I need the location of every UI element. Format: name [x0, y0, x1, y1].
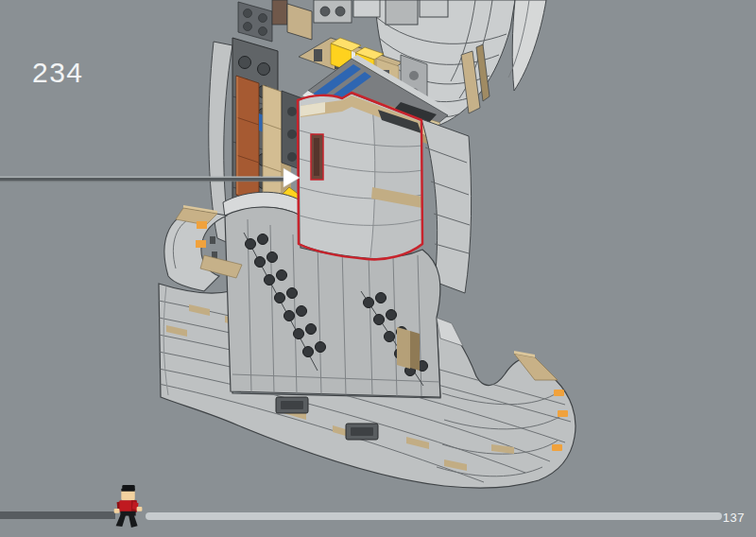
highlighted-part: [298, 93, 422, 259]
model-render: [0, 0, 756, 537]
step-number: 234: [32, 59, 84, 87]
part-opening: [311, 134, 323, 180]
progress-track-remaining[interactable]: [146, 512, 722, 520]
page-number: 137: [723, 511, 745, 525]
instruction-page: 234 137: [0, 0, 756, 537]
minifig-progress-icon[interactable]: [112, 485, 145, 528]
progress-track-completed[interactable]: [0, 511, 115, 519]
guide-line: [0, 177, 289, 182]
top-bricks: [238, 0, 380, 42]
